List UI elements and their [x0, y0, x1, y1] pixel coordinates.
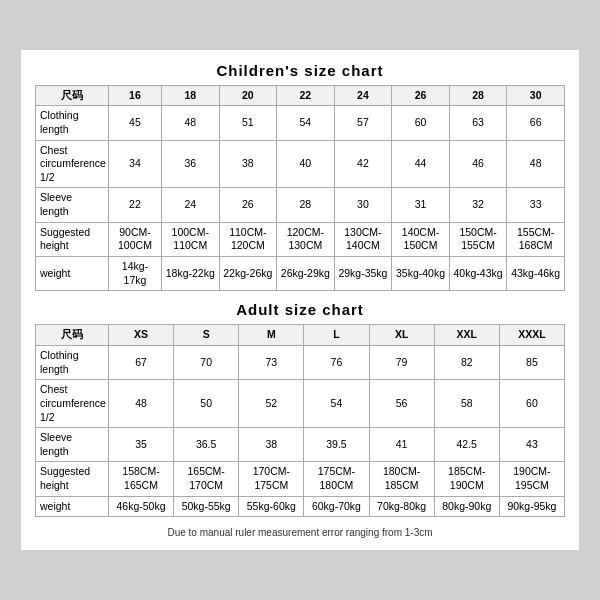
table-cell: 31: [392, 188, 450, 222]
table-cell: 82: [434, 345, 499, 379]
column-header: XL: [369, 325, 434, 346]
table-cell: 40: [277, 140, 335, 188]
table-cell: 50kg-55kg: [174, 496, 239, 517]
table-cell: 54: [304, 380, 369, 428]
table-cell: 42: [334, 140, 392, 188]
table-cell: 180CM-185CM: [369, 462, 434, 496]
row-label: weight: [36, 257, 109, 291]
table-cell: 22: [108, 188, 161, 222]
measurement-note: Due to manual ruler measurement error ra…: [35, 527, 565, 538]
row-label: weight: [36, 496, 109, 517]
table-cell: 38: [239, 428, 304, 462]
table-cell: 165CM-170CM: [174, 462, 239, 496]
table-cell: 38: [219, 140, 277, 188]
table-cell: 60kg-70kg: [304, 496, 369, 517]
table-cell: 175CM-180CM: [304, 462, 369, 496]
table-cell: 46: [449, 140, 507, 188]
column-header: XS: [108, 325, 173, 346]
table-cell: 52: [239, 380, 304, 428]
table-cell: 66: [507, 106, 565, 140]
table-cell: 70: [174, 345, 239, 379]
table-cell: 14kg-17kg: [108, 257, 161, 291]
table-cell: 85: [499, 345, 564, 379]
table-cell: 76: [304, 345, 369, 379]
table-row: Sleevelength2224262830313233: [36, 188, 565, 222]
row-label: Suggestedheight: [36, 222, 109, 256]
table-cell: 79: [369, 345, 434, 379]
table-cell: 170CM-175CM: [239, 462, 304, 496]
table-cell: 100CM-110CM: [161, 222, 219, 256]
table-cell: 130CM-140CM: [334, 222, 392, 256]
column-header: 22: [277, 85, 335, 106]
table-cell: 46kg-50kg: [108, 496, 173, 517]
table-cell: 51: [219, 106, 277, 140]
table-cell: 32: [449, 188, 507, 222]
column-header: M: [239, 325, 304, 346]
table-cell: 90CM-100CM: [108, 222, 161, 256]
table-cell: 56: [369, 380, 434, 428]
table-cell: 190CM-195CM: [499, 462, 564, 496]
table-cell: 185CM-190CM: [434, 462, 499, 496]
table-row: Chestcircumference1/23436384042444648: [36, 140, 565, 188]
table-cell: 26: [219, 188, 277, 222]
table-cell: 29kg-35kg: [334, 257, 392, 291]
column-header: 18: [161, 85, 219, 106]
column-header: 28: [449, 85, 507, 106]
table-cell: 63: [449, 106, 507, 140]
table-cell: 43kg-46kg: [507, 257, 565, 291]
column-header: 16: [108, 85, 161, 106]
table-cell: 67: [108, 345, 173, 379]
table-cell: 60: [499, 380, 564, 428]
table-cell: 28: [277, 188, 335, 222]
adult-size-table: 尺码XSSMLXLXXLXXXLClothinglength6770737679…: [35, 324, 565, 517]
table-cell: 60: [392, 106, 450, 140]
table-cell: 48: [507, 140, 565, 188]
column-header: 20: [219, 85, 277, 106]
table-cell: 42.5: [434, 428, 499, 462]
table-row: Suggestedheight90CM-100CM100CM-110CM110C…: [36, 222, 565, 256]
table-cell: 70kg-80kg: [369, 496, 434, 517]
row-label: Chestcircumference1/2: [36, 380, 109, 428]
row-label: Suggestedheight: [36, 462, 109, 496]
table-cell: 54: [277, 106, 335, 140]
column-header: 30: [507, 85, 565, 106]
table-cell: 34: [108, 140, 161, 188]
table-row: weight46kg-50kg50kg-55kg55kg-60kg60kg-70…: [36, 496, 565, 517]
table-row: weight14kg-17kg18kg-22kg22kg-26kg26kg-29…: [36, 257, 565, 291]
table-cell: 44: [392, 140, 450, 188]
table-cell: 73: [239, 345, 304, 379]
column-header: L: [304, 325, 369, 346]
table-cell: 35: [108, 428, 173, 462]
table-cell: 36.5: [174, 428, 239, 462]
column-header: 尺码: [36, 85, 109, 106]
column-header: 24: [334, 85, 392, 106]
row-label: Chestcircumference1/2: [36, 140, 109, 188]
table-cell: 57: [334, 106, 392, 140]
table-cell: 48: [161, 106, 219, 140]
table-cell: 45: [108, 106, 161, 140]
table-cell: 39.5: [304, 428, 369, 462]
table-cell: 33: [507, 188, 565, 222]
row-label: Sleevelength: [36, 188, 109, 222]
table-cell: 43: [499, 428, 564, 462]
table-cell: 48: [108, 380, 173, 428]
table-cell: 40kg-43kg: [449, 257, 507, 291]
table-cell: 26kg-29kg: [277, 257, 335, 291]
table-cell: 36: [161, 140, 219, 188]
table-cell: 58: [434, 380, 499, 428]
column-header: XXXL: [499, 325, 564, 346]
table-cell: 41: [369, 428, 434, 462]
column-header: XXL: [434, 325, 499, 346]
table-cell: 80kg-90kg: [434, 496, 499, 517]
table-cell: 155CM-168CM: [507, 222, 565, 256]
table-row: Suggestedheight158CM-165CM165CM-170CM170…: [36, 462, 565, 496]
table-row: Sleevelength3536.53839.54142.543: [36, 428, 565, 462]
table-cell: 150CM-155CM: [449, 222, 507, 256]
column-header: 尺码: [36, 325, 109, 346]
table-cell: 18kg-22kg: [161, 257, 219, 291]
column-header: 26: [392, 85, 450, 106]
table-cell: 30: [334, 188, 392, 222]
table-row: Clothinglength67707376798285: [36, 345, 565, 379]
row-label: Clothinglength: [36, 106, 109, 140]
table-row: Clothinglength4548515457606366: [36, 106, 565, 140]
